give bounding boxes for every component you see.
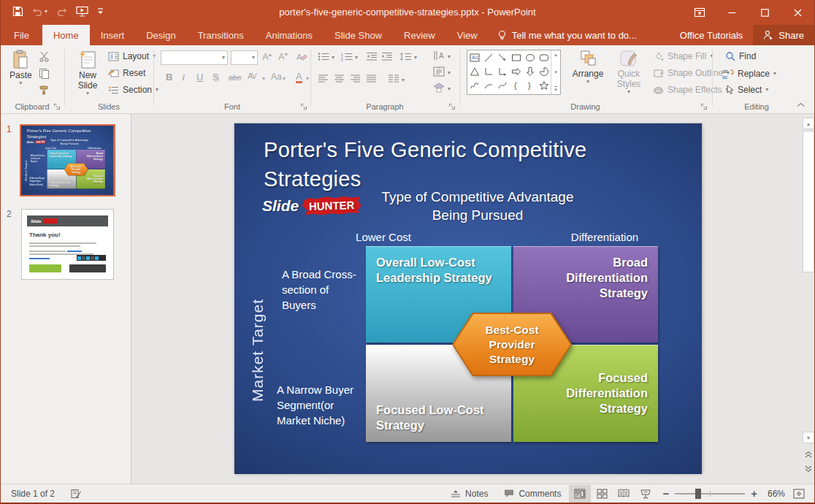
reset-button[interactable]: Reset bbox=[108, 68, 145, 78]
format-painter-icon[interactable] bbox=[39, 85, 50, 96]
replace-button[interactable]: abac Replace ▾ bbox=[722, 68, 776, 79]
customize-qat-icon[interactable] bbox=[97, 7, 104, 15]
shape-effects-button[interactable]: Shape Effects ▾ bbox=[653, 85, 729, 95]
shape-arrow[interactable] bbox=[495, 50, 509, 64]
shape-outline-button[interactable]: Shape Outline ▾ bbox=[653, 68, 730, 78]
zoom-out-button[interactable]: − bbox=[662, 487, 669, 500]
copy-icon[interactable] bbox=[39, 68, 50, 79]
slide-1-editor[interactable]: Porter's Five Generic Competitive Strate… bbox=[234, 123, 702, 473]
underline-button[interactable]: U bbox=[196, 72, 203, 83]
change-case-caret-icon[interactable]: ▾ bbox=[283, 76, 286, 82]
paragraph-dialog-launcher-icon[interactable] bbox=[448, 103, 456, 110]
layout-button[interactable]: Layout ▾ bbox=[108, 51, 156, 61]
shape-right-brace[interactable]: } bbox=[523, 78, 537, 92]
font-name-combobox[interactable]: ▾ bbox=[161, 50, 228, 65]
clipboard-dialog-launcher-icon[interactable] bbox=[53, 103, 61, 110]
notes-toggle[interactable]: Notes bbox=[443, 484, 496, 503]
bold-button[interactable]: B bbox=[166, 72, 172, 83]
increase-indent-icon[interactable] bbox=[381, 52, 393, 61]
justify-icon[interactable] bbox=[366, 75, 377, 83]
zoom-track[interactable] bbox=[675, 493, 745, 495]
columns-icon[interactable] bbox=[388, 75, 399, 83]
align-text-caret-icon[interactable]: ▾ bbox=[448, 70, 451, 76]
bullets-icon[interactable] bbox=[318, 52, 330, 61]
text-direction-icon[interactable]: A bbox=[433, 50, 445, 61]
font-size-combobox[interactable]: ▾ bbox=[231, 50, 258, 65]
drawing-dialog-launcher-icon[interactable] bbox=[700, 103, 708, 110]
new-slide-button[interactable]: New Slide ▾ bbox=[72, 50, 104, 96]
align-center-icon[interactable] bbox=[334, 75, 345, 83]
slide-show-view-button[interactable] bbox=[635, 485, 657, 503]
paste-button[interactable]: Paste ▾ bbox=[9, 50, 32, 86]
numbering-icon[interactable]: 123 bbox=[341, 52, 353, 61]
text-direction-caret-icon[interactable]: ▾ bbox=[448, 54, 451, 60]
tab-home[interactable]: Home bbox=[42, 25, 90, 45]
shape-scribble[interactable] bbox=[467, 78, 481, 92]
maximize-button[interactable] bbox=[749, 0, 781, 25]
columns-caret-icon[interactable]: ▾ bbox=[402, 77, 405, 83]
label-broad-cross-section[interactable]: A Broad Cross-section of Buyers bbox=[282, 267, 365, 313]
text-shadow-button[interactable]: S bbox=[213, 72, 219, 83]
shape-rectangle[interactable] bbox=[509, 50, 523, 64]
ribbon-display-options-icon[interactable] bbox=[683, 0, 716, 25]
scroll-down-icon[interactable]: ▼ bbox=[803, 432, 814, 443]
line-spacing-caret-icon[interactable]: ▾ bbox=[414, 55, 417, 61]
best-cost-hexagon[interactable]: Best-Cost Provider Strategy bbox=[452, 313, 572, 376]
close-button[interactable] bbox=[781, 0, 814, 25]
numbering-caret-icon[interactable]: ▾ bbox=[355, 55, 358, 61]
select-button[interactable]: Select ▾ bbox=[725, 85, 768, 95]
undo-caret-icon[interactable]: ▾ bbox=[45, 9, 47, 15]
tab-review[interactable]: Review bbox=[393, 25, 446, 45]
scroll-up-icon[interactable]: ▲ bbox=[803, 118, 814, 129]
thumbnail-slide-1[interactable]: Porter's Five Generic Competitive Strate… bbox=[20, 124, 115, 196]
font-color-caret-icon[interactable]: ▾ bbox=[306, 76, 309, 82]
zoom-slider-thumb[interactable] bbox=[695, 489, 701, 499]
strikethrough-button[interactable]: abc bbox=[229, 73, 242, 82]
shape-fill-button[interactable]: Shape Fill ▾ bbox=[653, 51, 713, 61]
minimize-button[interactable] bbox=[716, 0, 749, 25]
font-dialog-launcher-icon[interactable] bbox=[300, 103, 307, 110]
cut-icon[interactable] bbox=[39, 51, 50, 62]
character-spacing-caret-icon[interactable]: ▾ bbox=[262, 76, 265, 82]
shape-left-brace[interactable]: { bbox=[509, 78, 523, 92]
section-button[interactable]: Section ▾ bbox=[108, 85, 158, 95]
quick-styles-button[interactable]: Quick Styles ▾ bbox=[610, 50, 648, 95]
convert-smartart-icon[interactable] bbox=[433, 83, 445, 93]
italic-button[interactable]: I bbox=[182, 72, 185, 83]
tab-design[interactable]: Design bbox=[135, 25, 186, 45]
shape-gallery-more-icon[interactable]: ▾ bbox=[554, 86, 557, 93]
line-spacing-icon[interactable] bbox=[399, 52, 412, 61]
normal-view-button[interactable] bbox=[569, 485, 591, 503]
shape-pie[interactable] bbox=[537, 64, 551, 78]
character-spacing-button[interactable]: AV bbox=[248, 72, 256, 80]
comments-toggle[interactable]: Comments bbox=[496, 484, 569, 503]
decrease-indent-icon[interactable] bbox=[366, 52, 378, 61]
shrink-font-button[interactable]: A▾ bbox=[278, 51, 288, 62]
tab-slide-show[interactable]: Slide Show bbox=[324, 25, 393, 45]
shape-arrow-right[interactable] bbox=[509, 64, 523, 78]
office-tutorials-link[interactable]: Office Tutorials bbox=[670, 25, 753, 45]
align-left-icon[interactable] bbox=[318, 75, 329, 83]
save-icon[interactable] bbox=[12, 6, 23, 17]
reading-view-button[interactable] bbox=[613, 485, 635, 503]
label-narrow-buyer-segment[interactable]: A Narrow Buyer Segment(or Market Niche) bbox=[277, 382, 366, 428]
next-slide-icon[interactable] bbox=[803, 464, 814, 474]
shape-gallery-scroll-down-icon[interactable]: ▾ bbox=[554, 69, 557, 75]
zoom-level[interactable]: 66% bbox=[763, 484, 789, 503]
grow-font-button[interactable]: A▴ bbox=[262, 51, 272, 62]
tell-me-box[interactable]: Tell me what you want to do... bbox=[489, 25, 646, 45]
shape-arrow-down[interactable] bbox=[523, 64, 537, 78]
align-text-icon[interactable] bbox=[433, 66, 445, 77]
shape-rounded-rectangle[interactable] bbox=[537, 50, 551, 64]
label-market-target[interactable]: Market Target bbox=[249, 285, 267, 402]
slide-sorter-view-button[interactable] bbox=[591, 485, 613, 503]
tab-animations[interactable]: Animations bbox=[255, 25, 324, 45]
previous-slide-icon[interactable] bbox=[803, 449, 814, 459]
bullets-caret-icon[interactable]: ▾ bbox=[332, 55, 334, 61]
share-button[interactable]: Share bbox=[753, 25, 814, 45]
tab-view[interactable]: View bbox=[446, 25, 489, 45]
shape-text-box[interactable]: A bbox=[467, 50, 481, 64]
spell-check-icon[interactable] bbox=[71, 489, 82, 499]
undo-icon[interactable]: ▾ bbox=[32, 7, 47, 16]
slide-indicator[interactable]: Slide 1 of 2 bbox=[11, 489, 55, 499]
